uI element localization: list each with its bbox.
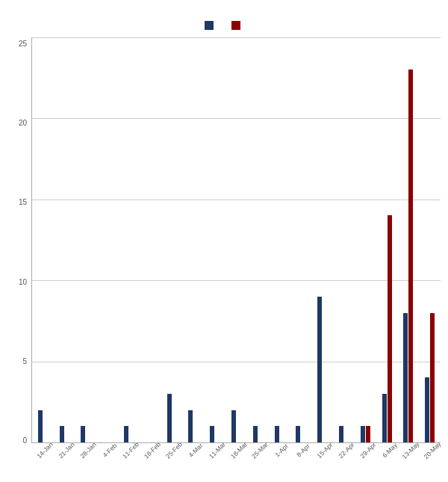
bar-group — [333, 37, 355, 442]
bar-other — [361, 426, 365, 442]
bar-group — [54, 37, 75, 442]
bar-rogues — [388, 215, 392, 442]
legend-rogues — [231, 21, 243, 30]
bar-group — [290, 37, 312, 442]
bar-rogues — [408, 69, 413, 442]
bar-other — [167, 394, 172, 442]
bar-group — [419, 37, 441, 442]
bar-other — [339, 426, 343, 442]
y-axis-label: 5 — [22, 358, 27, 365]
bar-other — [317, 297, 322, 442]
bar-other — [210, 426, 214, 442]
plot-area: 14-Jan21-Jan28-Jan4-Feb11-Feb18-Feb25-Fe… — [31, 37, 441, 475]
legend-other-box — [205, 21, 214, 30]
bar-group — [398, 37, 420, 442]
bar-other — [382, 394, 387, 442]
bar-other — [81, 426, 85, 442]
bars-grid — [31, 37, 441, 443]
bars-container — [32, 37, 441, 442]
bar-group — [269, 37, 290, 442]
bar-other — [231, 410, 236, 442]
y-axis-label: 10 — [19, 279, 27, 286]
bar-group — [183, 37, 205, 442]
y-axis-label: 15 — [19, 199, 27, 206]
x-axis-label: 20-May — [422, 440, 448, 475]
bar-group — [355, 37, 376, 442]
bar-group — [247, 37, 269, 442]
y-axis-label: 20 — [19, 120, 27, 127]
legend-other — [205, 21, 217, 30]
bar-other — [296, 426, 300, 442]
chart-container: 2520151050 14-Jan21-Jan28-Jan4-Feb11-Feb… — [0, 0, 448, 482]
bar-other — [38, 410, 43, 442]
x-axis: 14-Jan21-Jan28-Jan4-Feb11-Feb18-Feb25-Fe… — [31, 445, 441, 475]
bar-other — [188, 410, 193, 442]
bar-group — [376, 37, 398, 442]
bar-other — [403, 313, 408, 442]
bar-group — [140, 37, 161, 442]
bar-rogues — [366, 426, 370, 442]
chart-legend — [205, 21, 243, 30]
bar-group — [118, 37, 140, 442]
y-axis-label: 0 — [22, 437, 27, 445]
bar-other — [60, 426, 64, 442]
bar-other — [425, 377, 429, 442]
bar-group — [204, 37, 225, 442]
bar-group — [225, 37, 247, 442]
legend-rogues-box — [231, 21, 240, 30]
bar-rogues — [430, 313, 435, 442]
bar-other — [124, 426, 128, 442]
bar-group — [32, 37, 54, 442]
bar-other — [275, 426, 279, 442]
bar-group — [311, 37, 333, 442]
bar-group — [96, 37, 118, 442]
y-axis-label: 25 — [19, 40, 27, 48]
bar-group — [75, 37, 97, 442]
chart-area: 2520151050 14-Jan21-Jan28-Jan4-Feb11-Feb… — [7, 37, 441, 475]
bar-other — [253, 426, 258, 442]
y-axis: 2520151050 — [7, 37, 31, 475]
bar-group — [161, 37, 183, 442]
